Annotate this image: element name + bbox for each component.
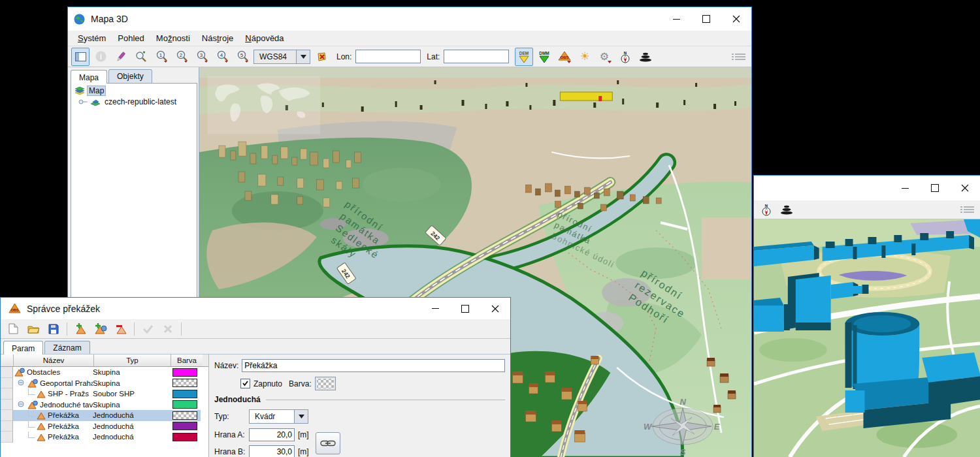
- type-combobox[interactable]: Kvádr: [249, 409, 308, 424]
- tree-node-layer[interactable]: czech-republic-latest: [71, 96, 197, 107]
- zapnuto-label: Zapnuto: [253, 379, 282, 388]
- add-obstacle-group-icon[interactable]: [91, 320, 110, 338]
- main-titlebar: Mapa 3D: [68, 7, 751, 31]
- lon-input[interactable]: [355, 50, 421, 63]
- obstacle-icon: [37, 390, 46, 398]
- svg-text:1: 1: [159, 52, 162, 58]
- zoom-preset-3-icon[interactable]: 3: [193, 48, 211, 66]
- zoom-preset-2-icon[interactable]: 2: [172, 48, 191, 66]
- edge-a-label: Hrana A:: [214, 430, 246, 439]
- world-overview-inset[interactable]: [208, 76, 320, 134]
- tab-zaznam[interactable]: Záznam: [44, 341, 90, 354]
- tree-node-map[interactable]: Map: [71, 85, 197, 96]
- color-swatch[interactable]: [172, 368, 197, 377]
- name-input[interactable]: [242, 359, 505, 372]
- section-title: Jednoduchá: [214, 395, 261, 404]
- obs-icon[interactable]: OBS: [555, 48, 574, 66]
- measure-pen-icon[interactable]: [112, 48, 130, 66]
- layers-cairn-icon[interactable]: [777, 200, 796, 219]
- maximize-icon[interactable]: [691, 7, 721, 31]
- tab-objekty[interactable]: Objekty: [108, 69, 152, 83]
- tree-collapse-handle-icon[interactable]: [17, 400, 25, 409]
- table-row[interactable]: Obstacles Skupina: [1, 367, 208, 378]
- dmm-icon[interactable]: DMM: [535, 48, 553, 66]
- tree-expand-handle-icon[interactable]: [78, 97, 88, 106]
- menu-bar: Systém Pohled Možnosti Nástroje Nápověda: [68, 31, 751, 46]
- remove-obstacle-icon[interactable]: [112, 320, 130, 338]
- toggle-sidebar-icon[interactable]: [71, 48, 90, 66]
- minimize-icon[interactable]: [661, 7, 691, 31]
- zoom-preset-4-icon[interactable]: 4: [213, 48, 231, 66]
- tab-mapa[interactable]: Mapa: [71, 70, 107, 84]
- column-barva[interactable]: Barva: [171, 355, 203, 366]
- link-edges-button[interactable]: [316, 432, 340, 454]
- table-header: Název Typ Barva: [1, 355, 208, 367]
- color-swatch[interactable]: [172, 433, 197, 441]
- edge-b-input[interactable]: [249, 445, 295, 457]
- color-swatch[interactable]: [172, 411, 197, 420]
- toolbar-overflow-icon[interactable]: [735, 54, 748, 60]
- obstacle-icon: [37, 433, 46, 441]
- color-swatch[interactable]: [172, 390, 197, 398]
- zoom-preset-5-icon[interactable]: 5: [233, 48, 252, 66]
- secondary-3d-viewport[interactable]: [754, 219, 980, 457]
- obstacle-manager-dialog: OBS Správce překážek: [0, 297, 511, 457]
- svg-text:3: 3: [199, 52, 203, 58]
- zoom-add-icon[interactable]: [132, 48, 150, 66]
- color-swatch[interactable]: [172, 379, 197, 387]
- color-swatch[interactable]: [172, 422, 197, 430]
- typ-label: Typ:: [214, 412, 246, 421]
- color-swatch[interactable]: [172, 400, 197, 409]
- lat-input[interactable]: [444, 50, 509, 63]
- menu-system[interactable]: Systém: [72, 32, 112, 44]
- menu-moznosti[interactable]: Možnosti: [150, 32, 196, 44]
- table-row[interactable]: Jednoduché tavı Skupina: [1, 400, 208, 411]
- close-icon[interactable]: [950, 176, 980, 200]
- color-picker-button[interactable]: [315, 377, 336, 390]
- save-icon[interactable]: [44, 320, 63, 338]
- gear-icon[interactable]: ⚙: [596, 48, 614, 66]
- column-typ[interactable]: Typ: [94, 355, 171, 366]
- barva-label: Barva:: [289, 379, 312, 388]
- crs-dropdown-icon[interactable]: [296, 50, 310, 64]
- new-file-icon[interactable]: [4, 320, 22, 338]
- type-dropdown-icon[interactable]: [294, 409, 308, 424]
- sun-icon[interactable]: ☀: [576, 48, 594, 66]
- layers-cairn-icon[interactable]: [636, 48, 655, 66]
- svg-text:OBS: OBS: [561, 55, 569, 59]
- menu-napoveda[interactable]: Nápověda: [239, 32, 289, 44]
- dem-toggle-icon[interactable]: DEM: [515, 48, 533, 66]
- tree-collapse-handle-icon[interactable]: [17, 379, 25, 387]
- table-row-selected[interactable]: Překážka Jednoduchá: [1, 410, 208, 421]
- obstacle-icon: [37, 411, 46, 420]
- minimize-icon[interactable]: [890, 176, 920, 200]
- add-obstacle-icon[interactable]: [71, 320, 90, 338]
- menu-pohled[interactable]: Pohled: [112, 32, 150, 44]
- close-icon[interactable]: [480, 298, 510, 319]
- app-globe-icon: [74, 14, 85, 25]
- maximize-icon[interactable]: [450, 298, 480, 319]
- maximize-icon[interactable]: [920, 176, 950, 200]
- table-row[interactable]: SHP - Pražs Soubor SHP: [1, 388, 208, 400]
- clear-coordinates-icon[interactable]: [312, 48, 331, 66]
- svg-text:N: N: [679, 397, 686, 407]
- svg-text:S: S: [680, 447, 686, 457]
- svg-text:5: 5: [240, 52, 243, 58]
- menu-nastroje[interactable]: Nástroje: [196, 32, 239, 44]
- edge-a-input[interactable]: [249, 428, 295, 441]
- edge-a-unit: [m]: [298, 430, 309, 439]
- column-nazev[interactable]: Název: [14, 355, 94, 366]
- tab-param[interactable]: Param: [3, 341, 43, 355]
- crs-combobox[interactable]: WGS84: [253, 50, 310, 64]
- table-row[interactable]: Překážka Jednoduchá: [1, 421, 208, 432]
- compass-icon[interactable]: N: [616, 48, 634, 66]
- zoom-preset-1-icon[interactable]: 1: [152, 48, 171, 66]
- close-icon[interactable]: [721, 7, 751, 31]
- toolbar-overflow-icon[interactable]: [964, 206, 977, 213]
- open-file-icon[interactable]: [24, 320, 42, 338]
- zapnuto-checkbox[interactable]: [240, 379, 250, 388]
- table-row[interactable]: Geoportal Praha Skupina: [1, 378, 208, 389]
- compass-icon[interactable]: N: [757, 200, 776, 219]
- minimize-icon[interactable]: [420, 298, 450, 319]
- table-row[interactable]: Překážka Jednoduchá: [1, 432, 208, 443]
